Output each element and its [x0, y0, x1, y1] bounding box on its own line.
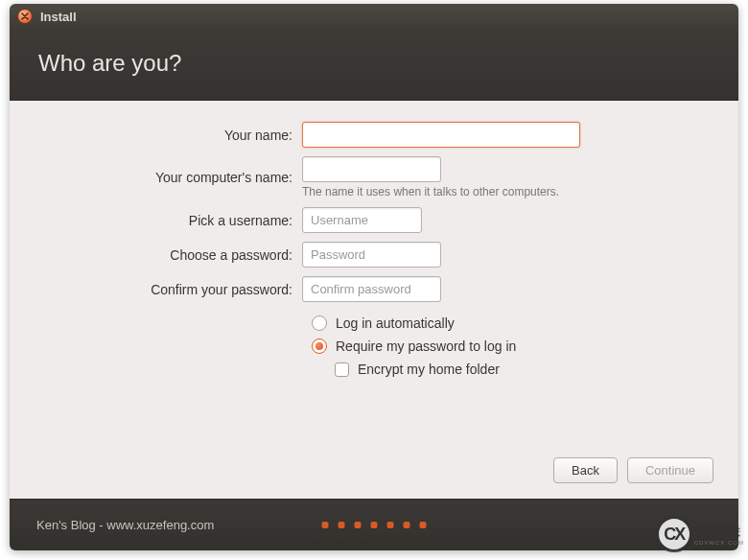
row-username: Pick a username: [38, 207, 710, 233]
checkbox-label: Encrypt my home folder [358, 362, 500, 377]
option-encrypt-home[interactable]: Encrypt my home folder [335, 362, 710, 377]
back-button[interactable]: Back [553, 457, 618, 483]
dot [404, 522, 410, 528]
close-icon [21, 12, 29, 20]
username-input[interactable] [302, 207, 422, 233]
dot [339, 522, 345, 528]
computer-name-input[interactable] [302, 156, 441, 182]
password-input[interactable] [302, 242, 441, 268]
dot [420, 522, 427, 528]
watermark: CX 创新互联 CDXWCX.COM [656, 516, 744, 552]
label-password: Choose a password: [38, 247, 302, 263]
progress-dots [322, 522, 427, 528]
page-title: Who are you? [38, 50, 710, 77]
watermark-sub: CDXWCX.COM [694, 540, 744, 546]
computer-name-hint: The name it uses when it talks to other … [302, 185, 710, 198]
titlebar: Install [10, 4, 738, 29]
radio-icon [312, 315, 327, 331]
option-require-password[interactable]: Require my password to log in [312, 338, 710, 354]
checkbox-icon [335, 362, 349, 377]
header: Who are you? [10, 29, 738, 101]
footer-text: Ken's Blog - www.xuzefeng.com [36, 518, 214, 532]
row-computer: Your computer's name: The name it uses w… [38, 156, 710, 198]
window-title: Install [40, 10, 77, 24]
dot [355, 522, 362, 528]
watermark-text: 创新互联 [694, 524, 744, 540]
label-username: Pick a username: [38, 213, 302, 228]
row-name: Your name: [38, 122, 710, 148]
label-computer: Your computer's name: [38, 170, 302, 185]
your-name-input[interactable] [302, 122, 580, 148]
option-auto-login[interactable]: Log in automatically [312, 315, 710, 331]
radio-icon [312, 338, 327, 354]
watermark-logo: CX [656, 516, 692, 552]
footer: Ken's Blog - www.xuzefeng.com [10, 499, 738, 550]
label-confirm: Confirm your password: [38, 282, 302, 297]
radio-label: Log in automatically [336, 315, 455, 331]
content: Your name: Your computer's name: The nam… [10, 101, 738, 499]
dot [371, 522, 378, 528]
login-options: Log in automatically Require my password… [312, 315, 710, 377]
dot [322, 522, 329, 528]
dot [387, 522, 394, 528]
row-confirm: Confirm your password: [38, 276, 710, 302]
row-password: Choose a password: [38, 242, 710, 268]
label-name: Your name: [38, 128, 302, 143]
close-button[interactable] [17, 9, 33, 24]
nav-buttons: Back Continue [553, 457, 713, 483]
radio-label: Require my password to log in [336, 338, 516, 354]
confirm-password-input[interactable] [302, 276, 441, 302]
continue-button[interactable]: Continue [627, 457, 713, 483]
install-window: Install Who are you? Your name: Your com… [10, 4, 738, 550]
